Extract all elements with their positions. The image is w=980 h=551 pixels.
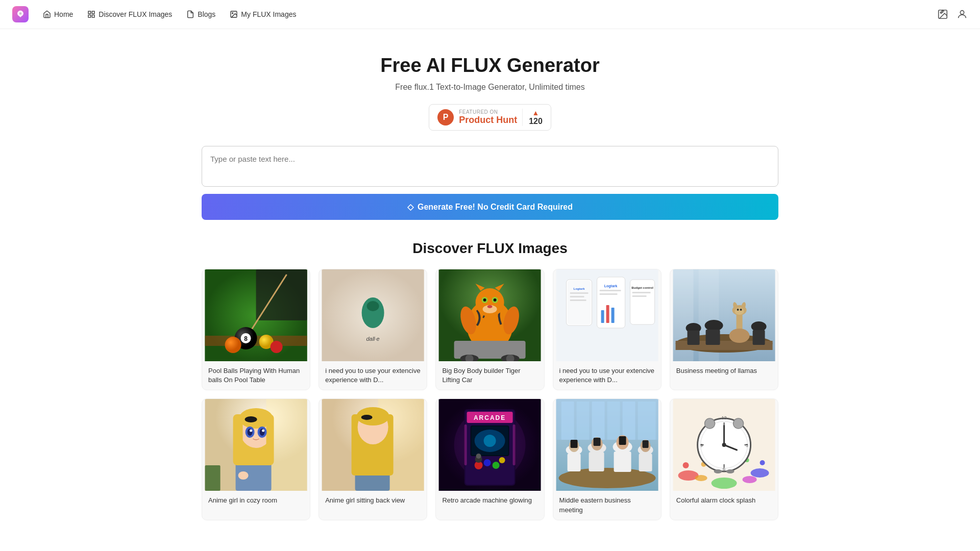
svg-rect-127	[576, 402, 589, 440]
image-card-clock[interactable]: 12 3 6 9 Colorful alarm clock splash	[670, 398, 778, 520]
product-hunt-badge[interactable]: P FEATURED ON Product Hunt ▲ 120	[429, 104, 551, 131]
nav-discover[interactable]: Discover FLUX Images	[87, 10, 172, 18]
svg-rect-57	[611, 308, 614, 323]
generate-icon: ◇	[407, 202, 413, 212]
image-card-pool[interactable]: 8 Pool Balls Playing With Human balls On…	[202, 269, 310, 390]
svg-rect-56	[606, 305, 609, 323]
prompt-input[interactable]	[202, 146, 778, 187]
svg-point-24	[367, 301, 379, 311]
svg-point-95	[262, 430, 264, 432]
image-card-anime1[interactable]: Anime girl in cozy room	[202, 398, 310, 520]
svg-text:9: 9	[700, 443, 703, 448]
svg-rect-142	[614, 452, 631, 472]
nav-blogs[interactable]: Blogs	[186, 10, 215, 18]
card-label-dali: i need you to use your extencive experie…	[319, 361, 427, 390]
svg-rect-130	[622, 402, 635, 440]
svg-point-69	[704, 320, 723, 331]
card-label-arcade: Retro arcade machine glowing	[436, 491, 544, 510]
svg-rect-136	[570, 440, 577, 448]
svg-point-115	[484, 435, 496, 447]
svg-rect-89	[266, 418, 274, 454]
svg-point-155	[682, 462, 689, 468]
card-label-pool: Pool Balls Playing With Human balls On P…	[202, 361, 310, 390]
image-card-loge[interactable]: Logtark Logtark Budget control	[553, 269, 662, 390]
image-grid-row1: 8 Pool Balls Playing With Human balls On…	[202, 269, 778, 390]
svg-text:dall·e: dall·e	[366, 336, 380, 342]
svg-point-77	[737, 309, 739, 311]
ph-number: 120	[529, 117, 543, 126]
svg-point-168	[704, 418, 715, 429]
svg-point-154	[742, 476, 756, 483]
image-card-tiger[interactable]: Big Boy Body builder Tiger Lifting Car	[435, 269, 544, 390]
hero-subtitle: Free flux.1 Text-to-Image Generator, Unl…	[10, 83, 970, 92]
svg-rect-68	[687, 331, 699, 345]
image-card-arcade[interactable]: ARCADE	[435, 398, 544, 520]
svg-rect-60	[632, 292, 650, 293]
svg-rect-126	[561, 402, 574, 440]
svg-rect-54	[599, 293, 617, 295]
svg-point-36	[487, 305, 493, 308]
user-icon[interactable]	[957, 9, 968, 20]
navbar: Home Discover FLUX Images Blogs My FLUX …	[0, 0, 980, 29]
svg-point-118	[493, 462, 500, 469]
svg-text:ARCADE: ARCADE	[474, 414, 506, 421]
svg-rect-2	[92, 11, 95, 14]
nav-my-images[interactable]: My FLUX Images	[230, 10, 296, 18]
svg-rect-123	[513, 424, 516, 465]
svg-text:12: 12	[721, 415, 726, 420]
svg-text:Logtark: Logtark	[604, 284, 617, 288]
svg-rect-61	[632, 295, 646, 297]
svg-rect-53	[599, 290, 621, 291]
image-upload-icon[interactable]	[937, 9, 948, 20]
svg-point-117	[484, 459, 491, 466]
generate-button[interactable]: ◇ Generate Free! No Credit Card Required	[202, 194, 778, 220]
card-label-mideast: Middle eastern business meeting	[553, 491, 661, 519]
ph-logo-icon: P	[437, 109, 454, 126]
svg-rect-3	[88, 15, 91, 17]
svg-point-6	[232, 13, 233, 14]
nav-right	[937, 9, 968, 20]
svg-rect-48	[570, 292, 588, 294]
svg-rect-70	[705, 330, 720, 345]
svg-point-33	[494, 298, 497, 302]
svg-rect-4	[92, 15, 95, 17]
generator-section: ◇ Generate Free! No Credit Card Required	[163, 146, 817, 220]
ph-text: FEATURED ON Product Hunt	[459, 109, 517, 126]
svg-point-156	[760, 460, 765, 465]
ph-arrow-icon: ▲	[532, 109, 540, 117]
image-card-llama[interactable]: Business meeting of llamas	[670, 269, 778, 390]
svg-point-18	[225, 337, 241, 353]
image-card-dali[interactable]: dall·e i need you to use your extencive …	[318, 269, 427, 390]
logo[interactable]	[12, 6, 29, 22]
nav-home[interactable]: Home	[43, 10, 73, 18]
svg-rect-1	[88, 11, 91, 14]
card-label-loge: i need you to use your extencive experie…	[553, 361, 661, 390]
svg-text:8: 8	[244, 335, 248, 342]
svg-point-97	[238, 471, 249, 480]
svg-point-152	[711, 478, 737, 489]
card-label-tiger: Big Boy Body builder Tiger Lifting Car	[436, 361, 544, 390]
discover-title: Discover FLUX Images	[202, 240, 778, 257]
ph-count: ▲ 120	[522, 109, 543, 126]
svg-rect-80	[752, 330, 765, 345]
svg-point-8	[940, 12, 942, 13]
svg-rect-144	[619, 436, 626, 445]
ph-name: Product Hunt	[459, 115, 517, 126]
ph-featured-label: FEATURED ON	[459, 109, 498, 115]
svg-rect-146	[639, 454, 652, 471]
svg-point-0	[19, 12, 22, 15]
svg-text:3: 3	[746, 443, 748, 448]
svg-point-103	[357, 407, 389, 425]
svg-rect-122	[464, 424, 467, 465]
svg-point-96	[245, 416, 257, 422]
svg-rect-50	[570, 299, 586, 301]
image-card-anime2[interactable]: Anime girl sitting back view	[318, 398, 427, 520]
svg-rect-129	[607, 402, 620, 440]
svg-point-119	[499, 457, 505, 463]
svg-rect-138	[589, 452, 604, 471]
svg-rect-49	[570, 296, 584, 297]
svg-point-174	[714, 469, 722, 473]
image-card-mideast[interactable]: Middle eastern business meeting	[553, 398, 662, 520]
svg-point-94	[250, 430, 252, 432]
svg-point-175	[726, 469, 734, 473]
